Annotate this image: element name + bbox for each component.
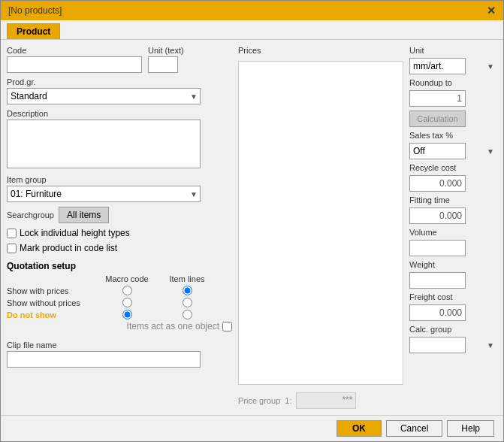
price-group-value: *** xyxy=(296,392,356,409)
prodgr-group: Prod.gr. Standard ▼ xyxy=(7,77,232,104)
roundup-input[interactable] xyxy=(409,90,466,107)
calculation-button[interactable]: Calculation xyxy=(409,110,466,127)
price-group-number: 1: xyxy=(285,396,291,405)
middle-panel: Prices Price group 1: *** xyxy=(238,46,403,409)
left-panel: Code Unit (text) Prod.gr. Standard ▼ xyxy=(7,46,232,409)
do-not-show-macro-cell xyxy=(97,310,157,319)
items-act-label: Items act as one object xyxy=(127,321,219,332)
unit-arrow-icon: ▼ xyxy=(487,62,494,71)
prodgr-select[interactable]: Standard xyxy=(7,88,201,104)
unit-field: Unit mm/art. ▼ xyxy=(409,46,497,74)
code-label: Code xyxy=(7,46,142,55)
roundup-field: Roundup to xyxy=(409,78,497,107)
itemgroup-select[interactable]: 01: Furniture xyxy=(7,186,201,202)
clip-input[interactable] xyxy=(7,351,201,368)
description-textarea[interactable] xyxy=(7,120,201,168)
cancel-button[interactable]: Cancel xyxy=(386,420,442,437)
dialog-footer: OK Cancel Help xyxy=(1,415,503,441)
show-without-item-cell xyxy=(157,298,217,307)
unit-label: Unit xyxy=(409,46,497,55)
clip-section: Clip file name xyxy=(7,341,232,368)
price-group-row: Price group 1: *** xyxy=(238,392,403,409)
searchgroup-row: Searchgroup All items xyxy=(7,207,232,223)
searchgroup-label: Searchgroup xyxy=(7,210,54,219)
show-without-item-radio[interactable] xyxy=(183,298,192,307)
unit-text-group: Unit (text) xyxy=(148,46,184,73)
clip-label: Clip file name xyxy=(7,341,232,350)
do-not-show-macro-radio[interactable] xyxy=(122,310,132,319)
itemgroup-select-wrapper: 01: Furniture ▼ xyxy=(7,186,201,202)
lock-checkbox[interactable] xyxy=(7,229,17,238)
unit-select-wrapper: mm/art. ▼ xyxy=(409,58,497,74)
calcgroup-select[interactable] xyxy=(409,337,466,353)
calc-btn-wrapper: Calculation xyxy=(409,110,497,127)
freight-field: Freight cost xyxy=(409,292,497,321)
item-lines-header: Item lines xyxy=(157,274,217,283)
sales-tax-select[interactable]: Off xyxy=(409,143,466,159)
sales-tax-field: Sales tax % Off ▼ xyxy=(409,131,497,159)
mark-checkbox[interactable] xyxy=(7,244,17,253)
weight-label: Weight xyxy=(409,260,497,269)
roundup-label: Roundup to xyxy=(409,78,497,87)
lock-label: Lock individual height types xyxy=(20,228,130,238)
quotation-setup: Quotation setup Macro code Item lines Sh… xyxy=(7,261,232,332)
mark-label: Mark product in code list xyxy=(20,243,117,253)
code-input[interactable] xyxy=(7,56,142,73)
unit-text-label: Unit (text) xyxy=(148,46,184,55)
itemgroup-group: Item group 01: Furniture ▼ xyxy=(7,175,232,202)
tab-product[interactable]: Product xyxy=(7,23,60,39)
prices-label: Prices xyxy=(238,46,403,55)
freight-label: Freight cost xyxy=(409,292,497,301)
do-not-show-label: Do not show xyxy=(7,310,97,319)
mark-checkbox-row: Mark product in code list xyxy=(7,243,232,253)
description-group: Description xyxy=(7,109,232,171)
right-panel: Unit mm/art. ▼ Roundup to Calculation Sa… xyxy=(409,46,497,409)
recycle-label: Recycle cost xyxy=(409,163,497,172)
help-button[interactable]: Help xyxy=(447,420,494,437)
show-without-macro-cell xyxy=(97,298,157,307)
show-without-macro-radio[interactable] xyxy=(122,298,132,307)
prodgr-label: Prod.gr. xyxy=(7,77,232,86)
volume-input[interactable] xyxy=(409,240,466,256)
unit-text-input[interactable] xyxy=(148,56,178,73)
volume-field: Volume xyxy=(409,228,497,256)
macro-code-header: Macro code xyxy=(97,274,157,283)
show-prices-item-radio[interactable] xyxy=(183,286,192,295)
volume-label: Volume xyxy=(409,228,497,237)
unit-select[interactable]: mm/art. xyxy=(409,58,466,74)
price-group-label: Price group xyxy=(238,396,280,405)
calcgroup-label: Calc. group xyxy=(409,325,497,334)
show-without-label: Show without prices xyxy=(7,298,97,307)
items-act-checkbox[interactable] xyxy=(222,322,232,332)
calcgroup-arrow-icon: ▼ xyxy=(487,341,494,350)
show-prices-macro-radio[interactable] xyxy=(122,286,132,295)
show-prices-macro-cell xyxy=(97,286,157,295)
tab-bar: Product xyxy=(1,20,503,40)
title-bar: [No products] ✕ xyxy=(1,1,503,20)
quotation-table: Macro code Item lines Show with prices S… xyxy=(7,274,232,319)
description-label: Description xyxy=(7,109,232,118)
code-section: Code Unit (text) xyxy=(7,46,232,73)
dialog-body: Code Unit (text) Prod.gr. Standard ▼ xyxy=(1,40,503,415)
fitting-field: Fitting time xyxy=(409,195,497,224)
lock-checkbox-row: Lock individual height types xyxy=(7,228,232,238)
sales-tax-arrow-icon: ▼ xyxy=(487,147,494,156)
dialog-title: [No products] xyxy=(8,5,62,16)
all-items-button[interactable]: All items xyxy=(59,207,109,223)
prices-area xyxy=(238,61,403,385)
calcgroup-select-wrapper: ▼ xyxy=(409,337,497,353)
show-prices-label: Show with prices xyxy=(7,286,97,295)
do-not-show-item-radio[interactable] xyxy=(183,310,192,319)
code-group: Code xyxy=(7,46,142,73)
weight-input[interactable] xyxy=(409,272,466,289)
freight-input[interactable] xyxy=(409,304,466,321)
sales-tax-select-wrapper: Off ▼ xyxy=(409,143,497,159)
close-button[interactable]: ✕ xyxy=(487,5,496,17)
fitting-input[interactable] xyxy=(409,207,466,224)
do-not-show-item-cell xyxy=(157,310,217,319)
show-prices-item-cell xyxy=(157,286,217,295)
prodgr-select-wrapper: Standard ▼ xyxy=(7,88,201,104)
ok-button[interactable]: OK xyxy=(337,420,382,437)
recycle-input[interactable] xyxy=(409,175,466,192)
sales-tax-label: Sales tax % xyxy=(409,131,497,140)
